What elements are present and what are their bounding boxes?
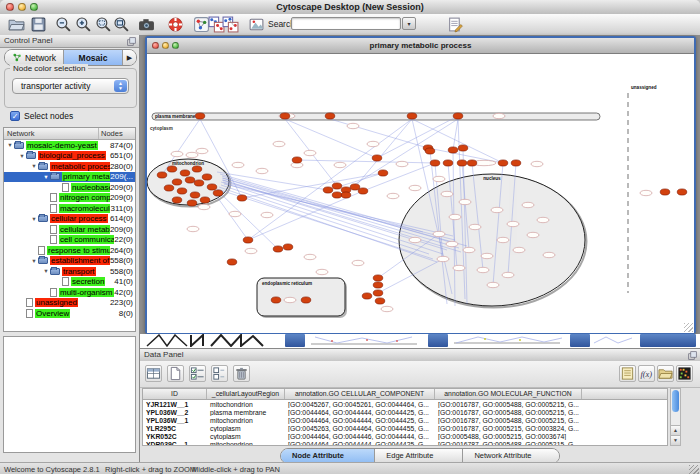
node-label-oval[interactable] bbox=[196, 148, 208, 153]
network-node[interactable] bbox=[243, 237, 253, 243]
network-node[interactable] bbox=[341, 192, 351, 198]
node-label-oval[interactable] bbox=[229, 211, 241, 216]
network-node[interactable] bbox=[425, 148, 435, 154]
node-label-oval[interactable] bbox=[256, 168, 268, 173]
expand-arrow-icon[interactable]: ▼ bbox=[30, 258, 38, 264]
tab-node-attribute-browser[interactable]: Node Attribute Browser bbox=[281, 449, 375, 463]
network-node[interactable] bbox=[443, 160, 453, 166]
formula-icon[interactable]: f(x) bbox=[638, 365, 655, 382]
tree-row[interactable]: Overview8(0) bbox=[4, 308, 135, 319]
search-input[interactable] bbox=[291, 17, 401, 30]
zoom-fit-icon[interactable] bbox=[113, 16, 130, 33]
network-node[interactable] bbox=[373, 290, 383, 296]
canvas-resize-grip[interactable] bbox=[684, 323, 693, 332]
column-header[interactable]: annotation.GO CELLULAR_COMPONENT bbox=[285, 389, 435, 399]
network-node[interactable] bbox=[292, 157, 302, 163]
network-node[interactable] bbox=[164, 185, 174, 191]
tree-row[interactable]: cellular metabo209(0) bbox=[4, 224, 135, 235]
node-label-oval[interactable] bbox=[441, 191, 453, 196]
network-edge[interactable] bbox=[453, 119, 458, 150]
network-node[interactable] bbox=[177, 188, 187, 194]
expand-arrow-icon[interactable]: ▼ bbox=[18, 153, 26, 159]
network-node[interactable] bbox=[194, 180, 204, 186]
network-node[interactable] bbox=[332, 192, 342, 198]
select-nodes-checkbox[interactable]: ✓ bbox=[10, 111, 20, 121]
window-sliver[interactable] bbox=[285, 334, 305, 347]
node-label-oval[interactable] bbox=[334, 162, 346, 167]
tab-mosaic[interactable]: Mosaic bbox=[64, 50, 123, 65]
expand-arrow-icon[interactable]: ▼ bbox=[6, 142, 14, 148]
tree-row[interactable]: ▼transport558(0) bbox=[4, 266, 135, 277]
node-label-oval[interactable] bbox=[187, 226, 199, 231]
column-header-empty[interactable] bbox=[582, 389, 668, 399]
help-icon[interactable] bbox=[167, 16, 184, 33]
network-node[interactable] bbox=[237, 195, 247, 201]
node-label-oval[interactable] bbox=[186, 152, 198, 157]
search-dropdown-button[interactable]: ▾ bbox=[402, 17, 416, 30]
node-label-oval[interactable] bbox=[477, 267, 489, 272]
expand-arrow-icon[interactable]: ▼ bbox=[42, 268, 50, 274]
network-node[interactable] bbox=[362, 293, 372, 299]
tree-row[interactable]: nitrogen compo209(0) bbox=[4, 193, 135, 204]
node-label-oval[interactable] bbox=[409, 237, 421, 242]
table-scrollbar[interactable]: ▲ ▼ bbox=[670, 388, 681, 446]
network-node[interactable] bbox=[283, 244, 293, 250]
titlebar[interactable]: Cytoscape Desktop (New Session) bbox=[0, 0, 700, 15]
node-label-oval[interactable] bbox=[381, 306, 393, 311]
node-label-oval[interactable] bbox=[409, 185, 421, 190]
column-header[interactable]: _cellularLayoutRegion bbox=[207, 389, 285, 399]
network-node[interactable] bbox=[511, 160, 521, 166]
node-label-oval[interactable] bbox=[433, 231, 445, 236]
zoom-out-icon[interactable] bbox=[55, 16, 72, 33]
node-label-oval[interactable] bbox=[446, 241, 458, 246]
tree-row[interactable]: ▼establishment of lo558(0) bbox=[4, 256, 135, 267]
tab-network-attribute-browser[interactable]: Network Attribute Browser bbox=[463, 449, 559, 463]
network-node[interactable] bbox=[195, 113, 205, 119]
node-label-oval[interactable] bbox=[437, 256, 449, 261]
node-label-oval[interactable] bbox=[513, 247, 525, 252]
node-label-oval[interactable] bbox=[543, 252, 555, 257]
node-label-oval[interactable] bbox=[304, 254, 316, 259]
node-label-oval[interactable] bbox=[304, 150, 316, 155]
network-node[interactable] bbox=[280, 113, 290, 119]
node-label-oval[interactable] bbox=[198, 204, 210, 209]
network-edge[interactable] bbox=[412, 119, 503, 163]
network-node[interactable] bbox=[167, 166, 177, 172]
network-node[interactable] bbox=[187, 200, 197, 206]
node-label-oval[interactable] bbox=[502, 272, 514, 277]
zoom-selected-icon[interactable] bbox=[95, 16, 112, 33]
network-node[interactable] bbox=[325, 113, 335, 119]
delete-attribute-icon[interactable] bbox=[233, 365, 250, 382]
node-label-oval[interactable] bbox=[463, 247, 475, 252]
tree-row[interactable]: ▼biological_process651(0) bbox=[4, 151, 135, 162]
node-label-oval[interactable] bbox=[352, 260, 364, 265]
tree-row[interactable]: response to stimulu264(0) bbox=[4, 245, 135, 256]
network-node[interactable] bbox=[190, 192, 200, 198]
table-row[interactable]: YPL036W__1mitochondrion[GO:0044464, GO:0… bbox=[143, 416, 667, 424]
node-label-oval[interactable] bbox=[284, 297, 296, 302]
network-node[interactable] bbox=[467, 160, 477, 166]
window-sliver[interactable] bbox=[570, 334, 590, 347]
network-node[interactable] bbox=[273, 246, 283, 252]
tree-row[interactable]: secretion41(0) bbox=[4, 277, 135, 288]
network-node[interactable] bbox=[498, 160, 508, 166]
node-label-oval[interactable] bbox=[459, 199, 471, 204]
network-node[interactable] bbox=[453, 113, 463, 119]
network-node[interactable] bbox=[271, 297, 281, 303]
network-node[interactable] bbox=[172, 179, 182, 185]
region-plasma-membrane[interactable] bbox=[152, 113, 600, 120]
unselect-attributes-icon[interactable] bbox=[211, 365, 228, 382]
network-node[interactable] bbox=[192, 166, 202, 172]
network-canvas[interactable]: plasma membranecytoplasmmitochondrionnuc… bbox=[147, 54, 694, 333]
float-panel-icon[interactable] bbox=[127, 37, 136, 46]
network-node[interactable] bbox=[373, 275, 383, 281]
attribute-table[interactable]: ID_cellularLayoutRegionannotation.GO CEL… bbox=[142, 388, 668, 446]
node-label-oval[interactable] bbox=[261, 212, 273, 217]
node-label-oval[interactable] bbox=[469, 224, 481, 229]
node-label-oval[interactable] bbox=[527, 232, 539, 237]
tree-row[interactable]: ▼primary metabo209(... bbox=[4, 172, 135, 183]
node-label-oval[interactable] bbox=[367, 141, 379, 146]
network-edge[interactable] bbox=[363, 163, 435, 191]
node-label-oval[interactable] bbox=[232, 162, 244, 167]
network-node[interactable] bbox=[677, 189, 687, 195]
